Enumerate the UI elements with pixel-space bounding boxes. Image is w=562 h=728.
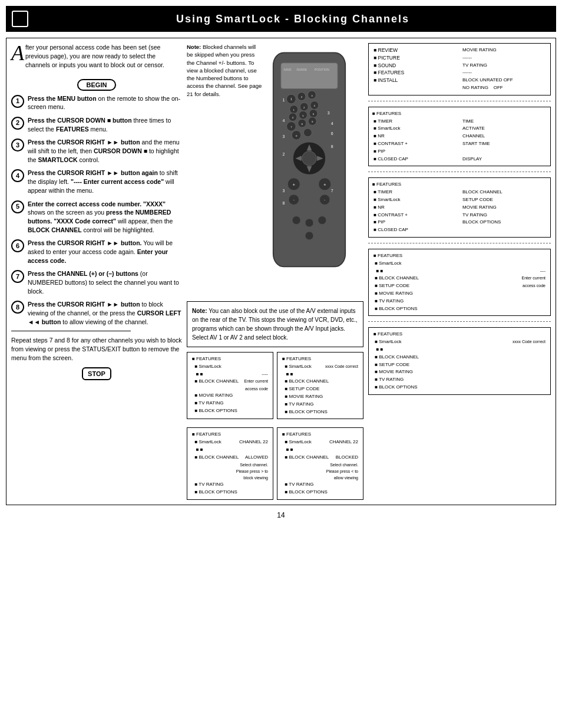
footer-text: Repeat steps 7 and 8 for any other chann… [11, 336, 182, 362]
svg-text:POSITION: POSITION [315, 68, 329, 71]
divider-2 [368, 172, 551, 172]
page-wrapper: Using SmartLock - Blocking Channels A ft… [0, 0, 562, 728]
left-column: A fter your personal access code has bee… [11, 43, 182, 500]
svg-text:7: 7 [331, 189, 333, 193]
title-icon [12, 11, 28, 27]
right-column: ■ REVIEW ■ PICTURE ■ SOUND ■ FEATURES ■ … [368, 43, 551, 500]
middle-column: Note: Blocked channels will be skipped w… [187, 43, 363, 500]
step-3: 3 Press the CURSOR RIGHT ►► button and t… [11, 138, 182, 164]
svg-text:8: 8 [283, 201, 285, 205]
begin-button: BEGIN [77, 79, 117, 91]
step-num-6: 6 [11, 239, 24, 252]
step-num-5: 5 [11, 200, 24, 213]
main-content: A fter your personal access code has bee… [6, 38, 556, 505]
step-text-6: Press the CURSOR RIGHT ►► button. You wi… [28, 239, 182, 265]
stop-button: STOP [82, 367, 111, 380]
screen-enter-code: ■ FEATURES ■ SmartLock ■ ■---- ■ BLOCK C… [368, 249, 551, 316]
step-2: 2 Press the CURSOR DOWN ■ button three t… [11, 116, 182, 133]
remote-svg: SAVE SHARE POSITION 1 2 3 1 [268, 43, 351, 279]
svg-text:SAVE: SAVE [283, 68, 292, 71]
svg-text:3: 3 [283, 189, 285, 193]
step-7: 7 Press the CHANNEL (+) or (–) buttons (… [11, 269, 182, 295]
svg-rect-1 [281, 63, 338, 89]
step-text-7: Press the CHANNEL (+) or (–) buttons (or… [28, 269, 182, 295]
remote-image: SAVE SHARE POSITION 1 2 3 1 [268, 43, 363, 297]
divider-3 [368, 243, 551, 243]
screen-block-channel: ■ FEATURES ■ TIMER ■ SmartLock ■ NR ■ CO… [368, 177, 551, 238]
step-num-3: 3 [11, 139, 24, 151]
note-text-1: Blocked channels will be skipped when yo… [187, 44, 262, 97]
screen-allowed: ■ FEATURES ■ SmartLockCHANNEL 22 ■ ■ ■ B… [187, 427, 273, 499]
svg-text:3: 3 [328, 111, 330, 115]
svg-point-48 [318, 216, 326, 225]
drop-cap: A [11, 45, 24, 62]
svg-text:8: 8 [331, 144, 333, 149]
svg-text:-: - [293, 197, 295, 202]
svg-text:3: 3 [283, 134, 285, 139]
bottom-note: Note: You can also block out the use of … [187, 301, 363, 347]
intro-text: A fter your personal access code has bee… [11, 43, 182, 73]
svg-text:-: - [324, 197, 325, 202]
svg-point-49 [305, 232, 313, 240]
svg-point-33 [302, 151, 317, 166]
step-num-1: 1 [11, 95, 24, 108]
page-title: Using SmartLock - Blocking Channels [35, 13, 550, 25]
screen-mid-6-right: ■ FEATURES ■ SmartLockxxxx Code correct … [277, 352, 363, 419]
mid-bottom-screens: ■ FEATURES ■ SmartLock ■ ■---- ■ BLOCK C… [187, 352, 363, 419]
svg-text:4: 4 [331, 121, 333, 126]
divider-1 [368, 101, 551, 101]
step-text-2: Press the CURSOR DOWN ■ button three tim… [28, 116, 182, 133]
svg-text:SHARE: SHARE [296, 68, 308, 71]
svg-text:1: 1 [283, 98, 285, 102]
svg-point-46 [292, 216, 300, 225]
intro-body: fter your personal access code has been … [25, 44, 164, 68]
remote-area: Note: Blocked channels will be skipped w… [187, 43, 363, 297]
step-text-4: Press the CURSOR RIGHT ►► button again t… [28, 169, 182, 195]
step-text-1: Press the MENU button on the remote to s… [28, 94, 182, 111]
screen-blocked: ■ FEATURES ■ SmartLockCHANNEL 22 ■ ■ ■ B… [277, 427, 363, 499]
page-number: 14 [6, 511, 556, 519]
note-box-1: Note: Blocked channels will be skipped w… [187, 43, 263, 297]
step-8: 8 Press the CURSOR RIGHT ►► button to bl… [11, 300, 182, 326]
title-bar: Using SmartLock - Blocking Channels [6, 6, 556, 32]
svg-point-47 [305, 219, 313, 227]
step-num-7: 7 [11, 270, 24, 283]
note2-text: You can also block out the use of the A/… [192, 308, 358, 341]
step-6: 6 Press the CURSOR RIGHT ►► button. You … [11, 239, 182, 265]
screen-movie-rating: ■ REVIEW ■ PICTURE ■ SOUND ■ FEATURES ■ … [368, 43, 551, 95]
step-num-2: 2 [11, 117, 24, 130]
step-1: 1 Press the MENU button on the remote to… [11, 94, 182, 111]
step-text-5: Enter the correct access code number. "X… [28, 200, 182, 235]
step-num-4: 4 [11, 169, 24, 182]
note-label-1: Note: [187, 44, 201, 50]
divider [11, 331, 131, 331]
mid-bottom-screens-2: ■ FEATURES ■ SmartLockCHANNEL 22 ■ ■ ■ B… [187, 427, 363, 499]
svg-text:6: 6 [331, 131, 333, 136]
note2-label: Note: [192, 308, 207, 314]
svg-text:4: 4 [283, 118, 285, 123]
svg-text:+: + [323, 182, 326, 187]
svg-text:1: 1 [290, 97, 292, 101]
step-num-8: 8 [11, 301, 24, 314]
screen-timer: ■ FEATURES ■ TIMER ■ SmartLock ■ NR ■ CO… [368, 107, 551, 167]
step-text-3: Press the CURSOR RIGHT ►► button and the… [28, 138, 182, 164]
svg-point-31 [303, 129, 312, 137]
svg-text:2: 2 [283, 152, 285, 156]
screen-code-correct: ■ FEATURES ■ SmartLockxxxx Code correct … [368, 327, 551, 394]
step-text-8: Press the CURSOR RIGHT ►► button to bloc… [28, 300, 182, 326]
svg-text:+: + [292, 182, 295, 187]
step-4: 4 Press the CURSOR RIGHT ►► button again… [11, 169, 182, 195]
divider-4 [368, 321, 551, 322]
step-5: 5 Enter the correct access code number. … [11, 200, 182, 235]
screen-mid-6-left: ■ FEATURES ■ SmartLock ■ ■---- ■ BLOCK C… [187, 352, 273, 419]
